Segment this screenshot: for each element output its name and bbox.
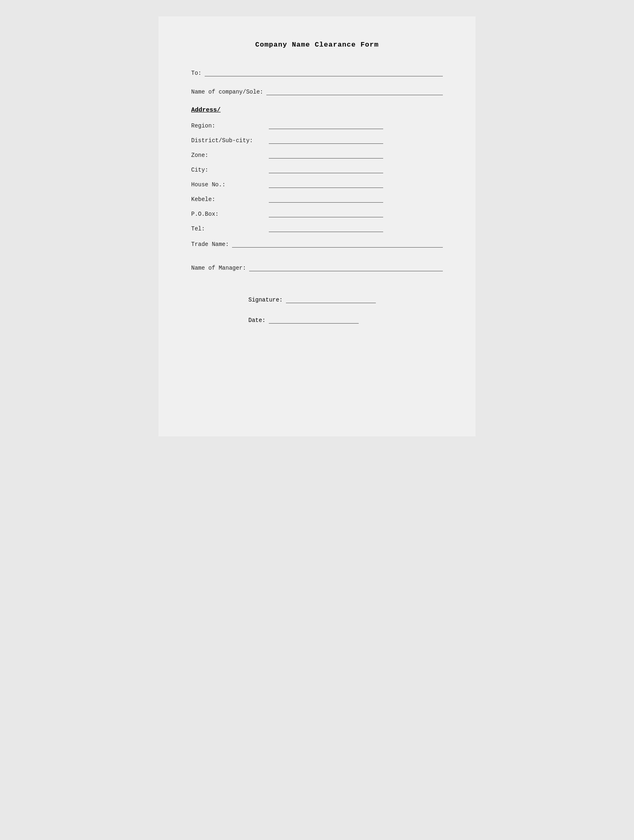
tel-row: Tel: <box>191 225 443 232</box>
date-input[interactable] <box>269 316 359 324</box>
date-row: Date: <box>248 316 443 324</box>
district-label: District/Sub-city: <box>191 137 269 144</box>
trade-name-label: Trade Name: <box>191 241 229 248</box>
address-section: Address/ Region: District/Sub-city: Zone… <box>191 107 443 232</box>
address-heading: Address/ <box>191 107 443 114</box>
region-label: Region: <box>191 123 269 129</box>
house-no-label: House No.: <box>191 181 269 188</box>
manager-row: Name of Manager: <box>191 264 443 271</box>
po-box-row: P.O.Box: <box>191 210 443 217</box>
po-box-label: P.O.Box: <box>191 211 269 217</box>
zone-row: Zone: <box>191 151 443 159</box>
manager-input[interactable] <box>249 264 443 271</box>
house-no-input[interactable] <box>269 181 383 188</box>
company-row: Name of company/Sole: <box>191 88 443 95</box>
date-label: Date: <box>248 317 266 324</box>
region-input[interactable] <box>269 122 383 129</box>
company-input[interactable] <box>266 88 443 95</box>
city-label: City: <box>191 167 269 173</box>
manager-label: Name of Manager: <box>191 265 246 271</box>
po-box-input[interactable] <box>269 210 383 217</box>
signature-section: Signature: Date: <box>191 296 443 324</box>
zone-label: Zone: <box>191 152 269 159</box>
kebele-input[interactable] <box>269 195 383 203</box>
company-label: Name of company/Sole: <box>191 89 263 95</box>
district-row: District/Sub-city: <box>191 136 443 144</box>
to-row: To: <box>191 69 443 76</box>
tel-input[interactable] <box>269 225 383 232</box>
trade-name-row: Trade Name: <box>191 240 443 248</box>
form-page: Company Name Clearance Form To: Name of … <box>158 16 476 436</box>
signature-input[interactable] <box>286 296 376 303</box>
city-row: City: <box>191 166 443 173</box>
to-label: To: <box>191 70 201 76</box>
region-row: Region: <box>191 122 443 129</box>
form-title: Company Name Clearance Form <box>191 41 443 49</box>
zone-input[interactable] <box>269 151 383 159</box>
kebele-row: Kebele: <box>191 195 443 203</box>
kebele-label: Kebele: <box>191 196 269 203</box>
signature-row: Signature: <box>248 296 443 303</box>
city-input[interactable] <box>269 166 383 173</box>
district-input[interactable] <box>269 136 383 144</box>
tel-label: Tel: <box>191 226 269 232</box>
house-no-row: House No.: <box>191 181 443 188</box>
trade-name-input[interactable] <box>232 240 443 248</box>
signature-label: Signature: <box>248 297 283 303</box>
to-input[interactable] <box>205 69 443 76</box>
